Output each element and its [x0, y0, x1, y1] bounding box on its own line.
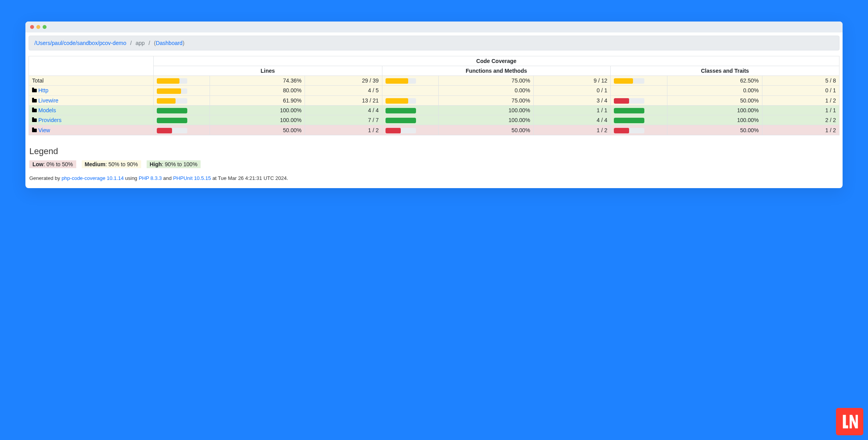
cell-fraction: 4 / 5: [305, 86, 382, 95]
cell-percent: 100.00%: [210, 115, 305, 125]
progress-fill: [386, 118, 416, 123]
cell-fraction: 7 / 7: [305, 115, 382, 125]
cell-percent: 100.00%: [667, 115, 762, 125]
breadcrumb-dashboard: (Dashboard): [154, 40, 185, 46]
progress-bar: [386, 118, 416, 123]
cell-bar: [611, 95, 667, 105]
progress-fill: [157, 128, 172, 133]
progress-bar: [386, 98, 416, 104]
legend-low: Low: 0% to 50%: [29, 160, 76, 168]
table-row: Total74.36%29 / 3975.00%9 / 1262.50%5 / …: [29, 76, 839, 86]
legend-medium: Medium: 50% to 90%: [82, 160, 141, 168]
cell-fraction: 0 / 1: [533, 86, 610, 95]
table-row: View50.00%1 / 250.00%1 / 250.00%1 / 2: [29, 125, 839, 135]
progress-bar: [157, 118, 187, 123]
folder-icon: [32, 129, 37, 132]
progress-bar: [614, 118, 644, 123]
progress-bar: [157, 108, 187, 113]
th-blank: [29, 56, 154, 76]
cell-bar: [153, 95, 210, 105]
cell-fraction: 13 / 21: [305, 95, 382, 105]
cell-fraction: 2 / 2: [762, 115, 839, 125]
breadcrumb-separator: /: [146, 40, 152, 46]
cell-bar: [153, 105, 210, 115]
folder-link[interactable]: Http: [38, 87, 48, 93]
window-zoom-icon[interactable]: [43, 25, 47, 29]
cell-percent: 100.00%: [210, 105, 305, 115]
progress-bar: [157, 98, 187, 104]
cell-percent: 100.00%: [438, 105, 533, 115]
cell-percent: 74.36%: [210, 76, 305, 86]
cell-fraction: 5 / 8: [762, 76, 839, 86]
app-window: /Users/paul/code/sandbox/pcov-demo / app…: [25, 22, 843, 188]
progress-bar: [614, 128, 644, 133]
cell-fraction: 3 / 4: [533, 95, 610, 105]
window-close-icon[interactable]: [30, 25, 34, 29]
cell-fraction: 0 / 1: [762, 86, 839, 95]
folder-link[interactable]: Livewire: [38, 97, 58, 104]
footer-phpunit-link[interactable]: PHPUnit 10.5.15: [173, 175, 211, 181]
cell-percent: 0.00%: [667, 86, 762, 95]
th-lines: Lines: [153, 66, 382, 76]
folder-icon: [32, 109, 37, 112]
cell-percent: 62.50%: [667, 76, 762, 86]
footer-php-link[interactable]: PHP 8.3.3: [139, 175, 162, 181]
cell-name: View: [29, 125, 154, 135]
progress-fill: [614, 128, 629, 133]
cell-bar: [611, 115, 667, 125]
cell-fraction: 9 / 12: [533, 76, 610, 86]
cell-percent: 61.90%: [210, 95, 305, 105]
progress-bar: [614, 108, 644, 113]
cell-bar: [153, 115, 210, 125]
breadcrumb-separator: /: [128, 40, 134, 46]
cell-fraction: 1 / 2: [762, 95, 839, 105]
th-functions: Functions and Methods: [382, 66, 611, 76]
cell-percent: 50.00%: [667, 95, 762, 105]
cell-bar: [382, 95, 438, 105]
cell-name: Livewire: [29, 95, 154, 105]
folder-link[interactable]: View: [38, 127, 50, 133]
footer-tool-link[interactable]: php-code-coverage 10.1.14: [61, 175, 124, 181]
breadcrumb-dashboard-link[interactable]: Dashboard: [156, 40, 183, 46]
table-row: Providers100.00%7 / 7100.00%4 / 4100.00%…: [29, 115, 839, 125]
cell-name: Providers: [29, 115, 154, 125]
table-row: Models100.00%4 / 4100.00%1 / 1100.00%1 /…: [29, 105, 839, 115]
legend-items: Low: 0% to 50% Medium: 50% to 90% High: …: [29, 160, 839, 168]
cell-fraction: 29 / 39: [305, 76, 382, 86]
breadcrumb-root-link[interactable]: /Users/paul/code/sandbox/pcov-demo: [34, 40, 126, 46]
cell-name: Total: [29, 76, 154, 86]
cell-bar: [382, 125, 438, 135]
progress-fill: [157, 118, 187, 123]
logo-badge: [836, 408, 863, 435]
th-classes: Classes and Traits: [611, 66, 839, 76]
cell-bar: [153, 86, 210, 95]
coverage-table: Code Coverage Lines Functions and Method…: [29, 56, 839, 135]
cell-fraction: 1 / 1: [533, 105, 610, 115]
cell-percent: 50.00%: [667, 125, 762, 135]
progress-fill: [157, 78, 179, 84]
cell-bar: [382, 115, 438, 125]
footer-text: Generated by php-code-coverage 10.1.14 u…: [29, 175, 839, 181]
cell-bar: [611, 105, 667, 115]
progress-fill: [614, 108, 644, 113]
progress-fill: [614, 118, 644, 123]
cell-bar: [382, 76, 438, 86]
cell-fraction: 1 / 2: [762, 125, 839, 135]
cell-name: Http: [29, 86, 154, 95]
progress-bar: [386, 78, 416, 84]
progress-fill: [386, 108, 416, 113]
breadcrumb-current: app: [136, 40, 145, 46]
folder-link[interactable]: Providers: [38, 117, 61, 123]
cell-bar: [611, 86, 667, 95]
titlebar: [25, 22, 843, 32]
progress-bar: [614, 78, 644, 84]
cell-percent: 50.00%: [438, 125, 533, 135]
progress-fill: [157, 108, 187, 113]
th-coverage: Code Coverage: [153, 56, 839, 66]
window-minimize-icon[interactable]: [36, 25, 40, 29]
cell-fraction: 1 / 2: [305, 125, 382, 135]
folder-link[interactable]: Models: [38, 107, 56, 113]
cell-bar: [611, 125, 667, 135]
folder-icon: [32, 89, 37, 92]
table-row: Http80.00%4 / 50.00%0 / 10.00%0 / 1: [29, 86, 839, 95]
